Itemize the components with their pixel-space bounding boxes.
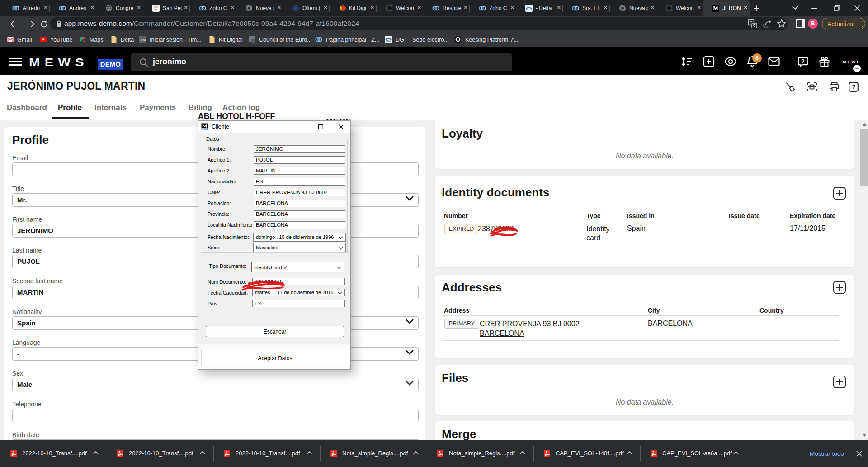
- svg-text:?: ?: [852, 83, 856, 91]
- svg-text:BETA: BETA: [202, 128, 207, 130]
- svg-text:TM: TM: [141, 38, 146, 42]
- svg-text:?: ?: [801, 58, 805, 65]
- svg-text:DGT: DGT: [386, 39, 392, 42]
